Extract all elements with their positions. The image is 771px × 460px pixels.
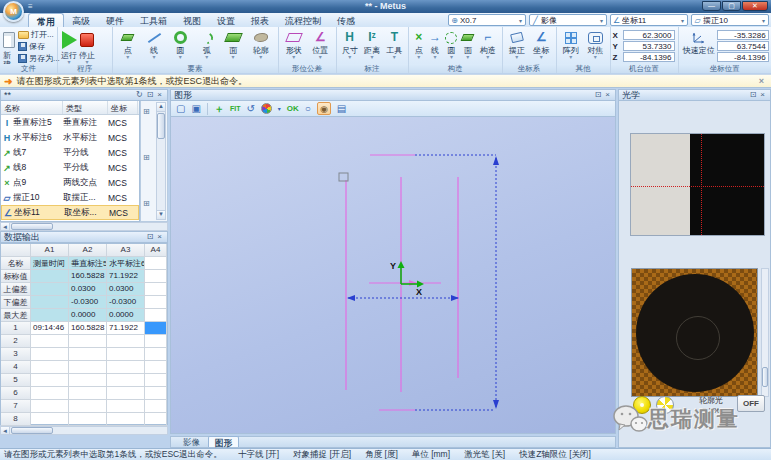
feature-plane-button[interactable]: 面 xyxy=(221,29,245,60)
tab-liuchengkongzhi[interactable]: 流程控制 xyxy=(277,13,329,27)
cell[interactable]: -0.0300 xyxy=(107,296,145,309)
cell[interactable] xyxy=(31,283,69,296)
color-wheel-icon[interactable] xyxy=(261,103,272,114)
cell[interactable]: 71.1922 xyxy=(107,270,145,283)
save-view-icon[interactable]: ▤ xyxy=(337,102,346,116)
scroll-thumb[interactable] xyxy=(157,113,165,139)
close-button[interactable]: ✕ xyxy=(742,1,768,11)
cell[interactable] xyxy=(145,335,167,348)
cell[interactable]: 0.0300 xyxy=(107,283,145,296)
construct-line-button[interactable]: → 线 xyxy=(428,29,442,60)
fit-view-icon[interactable]: ▣ xyxy=(191,102,200,116)
tab-gongjuxiang[interactable]: 工具箱 xyxy=(132,13,175,27)
col-header[interactable]: A2 xyxy=(69,244,107,257)
element-row[interactable]: H 水平标注6水平标注MCS xyxy=(1,130,139,145)
cell[interactable] xyxy=(31,296,69,309)
construct-point-button[interactable]: × 点 xyxy=(412,29,426,60)
feature-arc-button[interactable]: 弧 xyxy=(195,29,219,60)
array-button[interactable]: 阵列 xyxy=(560,29,583,60)
scroll-left-icon[interactable]: ◄ xyxy=(1,223,10,230)
construct-circle-button[interactable]: 圆 xyxy=(444,29,458,60)
cell[interactable] xyxy=(69,348,107,361)
circle-tool-icon[interactable]: ○ xyxy=(305,102,311,116)
add-icon[interactable]: ＋ xyxy=(214,102,224,116)
camera-icon[interactable]: ◉ xyxy=(317,102,331,115)
cell[interactable] xyxy=(145,270,167,283)
focus-button[interactable]: 对焦 xyxy=(584,29,607,60)
element-row[interactable]: ▱ 摆正10取摆正...MCS xyxy=(1,190,139,205)
feature-point-button[interactable]: 点 xyxy=(116,29,140,60)
cell[interactable]: 160.5828 xyxy=(69,322,107,335)
tab-gaoji[interactable]: 高级 xyxy=(64,13,98,27)
cell[interactable] xyxy=(107,400,145,413)
pin-icon[interactable]: ⊡ xyxy=(593,90,604,100)
close-panel-icon[interactable]: × xyxy=(758,90,767,100)
stop-button[interactable]: 停止 xyxy=(79,29,95,65)
cell[interactable]: 0.0000 xyxy=(69,309,107,322)
select-region-icon[interactable]: ▢ xyxy=(176,102,185,116)
cell[interactable]: 09:14:46 xyxy=(31,322,69,335)
cell[interactable] xyxy=(69,361,107,374)
selected-cell[interactable] xyxy=(145,322,167,335)
open-button[interactable]: 打开... xyxy=(18,29,60,40)
tab-baobiao[interactable]: 报表 xyxy=(243,13,277,27)
tab-image-view[interactable]: 影像 xyxy=(177,436,206,447)
element-row[interactable]: × 点9两线交点MCS xyxy=(1,175,139,190)
run-button[interactable]: 运行 xyxy=(61,29,77,65)
app-logo-icon[interactable]: M xyxy=(3,1,24,22)
cell[interactable] xyxy=(31,400,69,413)
col-header[interactable]: A1 xyxy=(31,244,69,257)
graphics-viewport[interactable]: Y X xyxy=(170,117,616,434)
close-panel-icon[interactable]: × xyxy=(603,90,612,100)
construct-build-button[interactable]: ⌐ 构造 xyxy=(477,29,499,60)
cell[interactable]: 160.5828 xyxy=(69,270,107,283)
dim-tool-button[interactable]: T 工具 xyxy=(384,29,404,60)
tree-expand-icon[interactable]: ⊞ xyxy=(143,199,150,208)
align-button[interactable]: 摆正 xyxy=(506,29,529,60)
coordinate-select[interactable]: ∠ 坐标11 ▾ xyxy=(610,14,688,26)
construct-plane-button[interactable]: 面 xyxy=(461,29,475,60)
cell[interactable] xyxy=(31,413,69,426)
chevron-down-icon[interactable]: ▾ xyxy=(278,102,281,116)
save-button[interactable]: 保存 xyxy=(18,41,60,52)
refresh-icon[interactable]: ↺ xyxy=(246,102,254,116)
pin-icon[interactable]: ⊡ xyxy=(145,232,156,242)
cell[interactable] xyxy=(69,335,107,348)
maximize-button[interactable]: ▢ xyxy=(722,1,741,11)
data-output-hscrollbar[interactable]: ◄ xyxy=(0,426,168,435)
gdt-shape-button[interactable]: 形状 xyxy=(282,29,307,60)
ring-light-control[interactable] xyxy=(631,268,758,397)
tab-yingjian[interactable]: 硬件 xyxy=(98,13,132,27)
cell[interactable] xyxy=(145,387,167,400)
pin-icon[interactable]: ⊡ xyxy=(145,90,156,100)
tab-changyong[interactable]: 常用 xyxy=(28,13,64,27)
scroll-up-icon[interactable]: ▲ xyxy=(157,103,165,112)
minimize-button[interactable]: — xyxy=(702,1,721,11)
col-header[interactable]: A4 xyxy=(145,244,167,257)
crosshair-toggle[interactable]: 十字线 [开] xyxy=(238,449,279,460)
quick-z-limit-toggle[interactable]: 快速Z轴限位 [关闭] xyxy=(519,449,591,460)
cell[interactable] xyxy=(145,400,167,413)
tree-expand-icon[interactable]: ⊞ xyxy=(143,107,150,116)
cell[interactable] xyxy=(31,374,69,387)
cell[interactable] xyxy=(145,374,167,387)
tab-chuangan[interactable]: 传感 xyxy=(329,13,363,27)
cell[interactable] xyxy=(145,413,167,426)
cell[interactable] xyxy=(107,374,145,387)
cell[interactable]: 测量时间 xyxy=(31,257,69,270)
element-row-selected[interactable]: ∠ 坐标11取坐标...MCS xyxy=(1,205,139,220)
message-close-icon[interactable]: × xyxy=(756,76,767,86)
cell[interactable]: 0.0300 xyxy=(69,283,107,296)
gdt-position-button[interactable]: ∠ 位置 xyxy=(308,29,333,60)
element-row[interactable]: ↗ 线8平分线MCS xyxy=(1,160,139,175)
tree-expand-icon[interactable]: ⊞ xyxy=(143,153,150,162)
refresh-panel-icon[interactable]: ↻ xyxy=(134,90,145,100)
cell[interactable] xyxy=(145,309,167,322)
feature-line-button[interactable]: 线 xyxy=(142,29,166,60)
quick-locate-button[interactable]: 快速定位 xyxy=(681,29,717,56)
pin-icon[interactable]: ⊡ xyxy=(748,90,759,100)
tab-shitu[interactable]: 视图 xyxy=(175,13,209,27)
feature-circle-button[interactable]: 圆 xyxy=(168,29,192,60)
cell[interactable] xyxy=(31,270,69,283)
tab-graphics-view[interactable]: 图形 xyxy=(208,436,239,447)
